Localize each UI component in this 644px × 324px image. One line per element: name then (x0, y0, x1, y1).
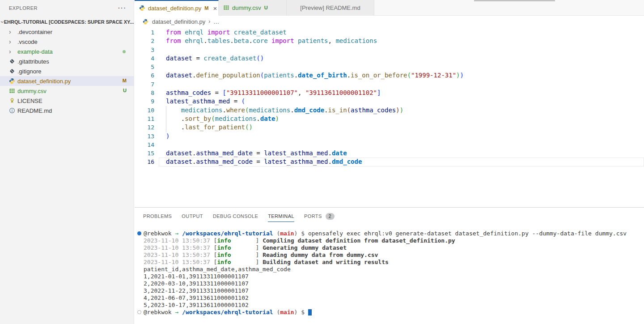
code-line-2: 2from ehrql.tables.beta.core import pati… (135, 37, 644, 45)
license-file-icon (9, 98, 16, 104)
file-label: .gitattributes (17, 58, 49, 65)
sidebar-item-gitignore[interactable]: .gitignore (0, 66, 134, 76)
terminal-line: @rebkwok → /workspaces/ehrql-tutorial (m… (144, 309, 644, 316)
line-number: 4 (135, 54, 154, 63)
tabbar-scrollbar-thumb[interactable] (474, 0, 555, 1)
panel-tab-label: OUTPUT (182, 213, 203, 219)
csv-file-icon (223, 4, 229, 11)
line-number: 1 (135, 28, 154, 37)
terminal-line: @rebkwok → /workspaces/ehrql-tutorial (m… (144, 230, 644, 237)
sidebar-item-gitattributes[interactable]: .gitattributes (0, 56, 134, 66)
line-number: 6 (135, 71, 154, 80)
tab-preview-readme-md[interactable]: [Preview] README.md (287, 0, 374, 15)
sidebar-item-vscode[interactable]: ›.vscode (0, 37, 134, 47)
line-number: 9 (135, 97, 154, 106)
terminal-command-decoration[interactable] (137, 231, 141, 235)
editor-tab-bar: dataset_definition.pyM×dummy.csvU[Previe… (135, 0, 644, 16)
line-number: 10 (135, 106, 154, 115)
line-number: 14 (135, 141, 154, 149)
file-tree: ›.devcontainer›.vscode›example-data.gita… (0, 27, 134, 115)
file-label: .vscode (17, 38, 38, 45)
panel-tab-label: DEBUG CONSOLE (213, 213, 258, 219)
sidebar-item-readme-md[interactable]: README.md (0, 106, 134, 115)
terminal-line: patient_id,asthma_med_date,asthma_med_co… (144, 266, 644, 273)
code-line-9: 9latest_asthma_med = ( (135, 97, 644, 106)
file-label: LICENSE (17, 98, 42, 104)
explorer-header: EXPLORER ··· (0, 0, 134, 13)
panel-tab-problems[interactable]: PROBLEMS (143, 208, 172, 225)
terminal-output[interactable]: @rebkwok → /workspaces/ehrql-tutorial (m… (135, 225, 644, 316)
tab-dataset-definition-py[interactable]: dataset_definition.pyM× (135, 0, 219, 15)
code-line-14: 14 (135, 141, 644, 149)
code-editor[interactable]: 1from ehrql import create_dataset2from e… (135, 27, 644, 207)
indent-guide (166, 106, 166, 115)
code-line-16: 16dataset.asthma_med_code = latest_asthm… (135, 158, 644, 166)
chevron-right-icon: › (9, 28, 16, 35)
terminal-line: 2023-11-10 13:50:37 [info ] Generating d… (144, 244, 644, 252)
code-line-12: 12 .last_for_patient() (135, 123, 644, 132)
code-line-7: 7 (135, 80, 644, 89)
file-label: .gitignore (17, 68, 41, 75)
line-number: 2 (135, 37, 154, 45)
breadcrumb-file[interactable]: dataset_definition.py (152, 18, 205, 25)
breadcrumb-symbol-more[interactable]: … (213, 18, 219, 25)
terminal-command-decoration[interactable] (137, 310, 141, 314)
chevron-right-icon: › (9, 48, 16, 55)
tab-git-status-badge: M (204, 5, 208, 11)
sidebar-item-dataset-definition-py[interactable]: dataset_definition.pyM (0, 76, 134, 86)
terminal-line: 3,2022-11-22,39113311000001107 (144, 287, 644, 294)
indent-guide (166, 115, 166, 123)
line-number: 5 (135, 63, 154, 71)
code-line-15: 15dataset.asthma_med_date = latest_asthm… (135, 149, 644, 158)
git-changes-dot-badge (123, 50, 126, 53)
line-number: 7 (135, 80, 154, 89)
git-file-icon (9, 58, 16, 64)
git-file-icon (9, 68, 16, 74)
terminal-cursor (308, 309, 312, 315)
root-folder-label: EHRQL-TUTORIAL [CODESPACES: SUPER SPACE … (4, 19, 134, 25)
line-number: 12 (135, 123, 154, 132)
line-number: 11 (135, 115, 154, 123)
line-number: 15 (135, 149, 154, 158)
breadcrumb[interactable]: dataset_definition.py › … (135, 16, 644, 27)
panel-tab-terminal[interactable]: TERMINAL (268, 208, 294, 225)
panel-tab-bar: PROBLEMSOUTPUTDEBUG CONSOLETERMINALPORTS… (135, 208, 644, 225)
code-line-8: 8asthma_codes = ["39113311000001107", "3… (135, 89, 644, 97)
sidebar-item-dummy-csv[interactable]: dummy.csvU (0, 86, 134, 96)
terminal-line: 1,2021-01-01,39113311000001107 (144, 273, 644, 280)
line-number: 13 (135, 132, 154, 141)
terminal-line: 5,2023-10-17,39113611000001102 (144, 302, 644, 309)
file-label: dataset_definition.py (17, 78, 71, 85)
panel-tab-label: TERMINAL (268, 213, 294, 219)
bottom-panel: PROBLEMSOUTPUTDEBUG CONSOLETERMINALPORTS… (135, 207, 644, 324)
sidebar-item-example-data[interactable]: ›example-data (0, 47, 134, 56)
more-actions-icon[interactable]: ··· (118, 7, 127, 9)
code-line-13: 13) (135, 132, 644, 141)
terminal-line: 2023-11-10 13:50:37 [info ] Compiling da… (144, 237, 644, 244)
csv-file-icon (9, 88, 16, 94)
info-file-icon (9, 107, 16, 114)
sidebar-item-license[interactable]: LICENSE (0, 96, 134, 106)
editor-group: dataset_definition.pyM×dummy.csvU[Previe… (135, 0, 644, 324)
terminal-line: 2023-11-10 13:50:37 [info ] Reading dumm… (144, 252, 644, 259)
tab-label: [Preview] README.md (300, 4, 360, 11)
file-label: .devcontainer (17, 29, 52, 35)
indent-guide (166, 123, 166, 132)
panel-tab-ports[interactable]: PORTS2 (304, 208, 335, 225)
panel-tab-output[interactable]: OUTPUT (182, 208, 203, 225)
tree-root-folder[interactable]: › EHRQL-TUTORIAL [CODESPACES: SUPER SPAC… (0, 17, 134, 27)
panel-tab-debug-console[interactable]: DEBUG CONSOLE (213, 208, 258, 225)
chevron-down-icon: › (0, 21, 6, 23)
tab-label: dataset_definition.py (148, 5, 201, 12)
terminal-line: 2,2020-03-10,39113311000001107 (144, 280, 644, 287)
terminal-line: 2023-11-10 13:50:37 [info ] Building dat… (144, 259, 644, 266)
chevron-right-icon: › (9, 38, 16, 45)
close-icon[interactable]: × (213, 5, 217, 11)
line-number: 16 (135, 158, 154, 166)
tab-label: dummy.csv (232, 4, 261, 11)
explorer-sidebar: EXPLORER ··· › EHRQL-TUTORIAL [CODESPACE… (0, 0, 134, 324)
line-number: 3 (135, 46, 154, 54)
ports-count-badge: 2 (326, 213, 335, 220)
sidebar-item-devcontainer[interactable]: ›.devcontainer (0, 27, 134, 37)
tab-dummy-csv[interactable]: dummy.csvU (219, 0, 287, 15)
